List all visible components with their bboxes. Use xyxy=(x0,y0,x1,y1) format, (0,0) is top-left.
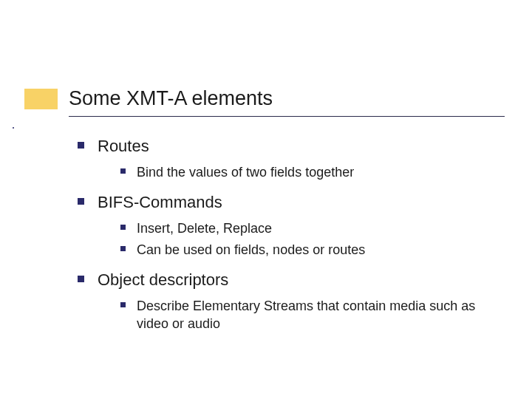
list-item: Can be used on fields, nodes or routes xyxy=(120,241,499,259)
square-bullet-icon xyxy=(120,302,126,307)
slide-content: Routes Bind the values of two fields tog… xyxy=(78,137,499,337)
accent-block xyxy=(24,89,58,109)
square-bullet-icon xyxy=(78,142,84,149)
section-heading: Object descriptors xyxy=(78,270,499,290)
list-item-text: Bind the values of two fields together xyxy=(137,163,354,181)
slide-title: Some XMT-A elements xyxy=(69,87,273,110)
section-items: Describe Elementary Streams that contain… xyxy=(120,297,499,333)
list-item: Insert, Delete, Replace xyxy=(120,219,499,237)
accent-dot xyxy=(13,127,14,129)
square-bullet-icon xyxy=(78,276,84,282)
square-bullet-icon xyxy=(78,198,84,205)
section-heading: Routes xyxy=(78,137,499,156)
title-underline xyxy=(69,116,505,117)
section-heading-text: Object descriptors xyxy=(98,270,228,290)
section-items: Insert, Delete, Replace Can be used on f… xyxy=(120,219,499,259)
square-bullet-icon xyxy=(120,168,126,174)
list-item: Bind the values of two fields together xyxy=(120,163,499,181)
section-heading-text: BIFS-Commands xyxy=(98,193,222,212)
square-bullet-icon xyxy=(120,225,126,230)
list-item: Describe Elementary Streams that contain… xyxy=(120,297,499,333)
list-item-text: Describe Elementary Streams that contain… xyxy=(137,297,499,333)
section-heading-text: Routes xyxy=(98,137,149,156)
list-item-text: Insert, Delete, Replace xyxy=(137,219,272,237)
list-item-text: Can be used on fields, nodes or routes xyxy=(137,241,365,259)
square-bullet-icon xyxy=(120,246,126,251)
section-items: Bind the values of two fields together xyxy=(120,163,499,181)
section-heading: BIFS-Commands xyxy=(78,193,499,212)
